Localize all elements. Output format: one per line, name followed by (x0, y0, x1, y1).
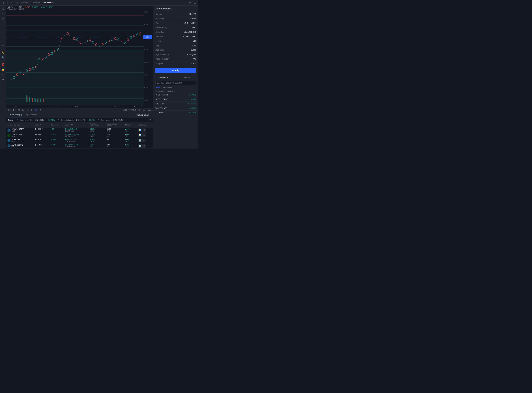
stop-btn-0[interactable]: ⊘ (142, 128, 146, 132)
svg-rect-73 (37, 99, 38, 102)
help-profit: ? (58, 119, 59, 121)
detail-row: Sell orders 517.19 1INCH (153, 30, 198, 34)
svg-rect-69 (31, 97, 31, 102)
trendline-tool[interactable]: ╱ (1, 22, 5, 26)
tf-1m[interactable]: 1m (12, 109, 16, 111)
chart-btn-2[interactable]: 📊 (138, 139, 142, 142)
modify-btn[interactable]: Modify (155, 68, 196, 73)
profit-value: $ 6 782.42 (76, 119, 85, 121)
magnet-tool[interactable]: 🧲 (1, 62, 5, 67)
detail-label-7: Step (155, 44, 159, 47)
indicators-btn[interactable]: Indicators (20, 1, 30, 5)
stop-btn-2[interactable]: ⊘ (142, 139, 146, 142)
strategy-pair-4: ATOM / BTC (155, 112, 166, 114)
backtest-month: Month (155, 87, 160, 89)
th-pair: Ex. Pair Bot type (6, 122, 34, 128)
bot-change-cell: 20.93% (49, 138, 64, 143)
bot-change-cell: 3.04% (49, 128, 64, 133)
pnl-pct: (+23.41%) (47, 119, 55, 121)
cursor-tool[interactable]: ↖ (1, 7, 5, 11)
time-settings-btn[interactable]: ⚙ (139, 103, 144, 108)
stop-btn-3[interactable]: ⊘ (142, 144, 146, 147)
detail-row: Profit currency USDT (153, 25, 198, 30)
detail-row: Exchange Gate.io (153, 16, 198, 21)
main-layout: ↖ ✏ ≡ ╱ T ⟺ ⋮⋮ ☺ 📏 🔍 🧲 🔒 👁 ⚙ O 0.789 H 0… (0, 5, 198, 148)
timestamp: 18:16:27 (UTC+3) (123, 109, 136, 111)
time-label-aug: Aug (75, 106, 78, 107)
strategy-row[interactable]: LDO / BTC ↑ 12.03% (153, 102, 198, 106)
strategy-row[interactable]: WAVES / BTC ↑ 8.13% (153, 106, 198, 111)
table-row: G 1INCH / USDT GRID $ 4 025.44 3.04% $ 1… (6, 128, 153, 133)
strategy-row[interactable]: BTCST / USDT ↑ 13.5% (153, 93, 198, 97)
price-level-700: 0.700 (145, 49, 152, 51)
filter-btn[interactable]: ⊟ (149, 119, 151, 121)
log-btn[interactable]: log (142, 109, 146, 111)
strategy-row[interactable]: BTCST / BUSD ↑ 13.08% (153, 97, 198, 102)
bot-type: DCA (11, 146, 23, 148)
levels-tool[interactable]: ⋮⋮ (1, 36, 5, 41)
tab-spot-bots[interactable]: Spot bots (9) (8, 112, 24, 118)
bot-table: Ex. Pair Bot type Value ? Change ? Bot p… (6, 122, 153, 148)
table-row: G AGIX / BTC DCA $ 8 519.2 20.93% $ 660.… (6, 138, 153, 143)
strategy-row[interactable]: ATOM / BTC ↑ 7.28% (153, 111, 198, 115)
pnl-label: Sum. total P&L: (20, 119, 33, 121)
tf-3m[interactable]: 3m (7, 109, 11, 111)
zoom-tool[interactable]: 🔍 (1, 55, 5, 60)
ruler-tool[interactable]: 📏 (1, 50, 5, 55)
share-earn-btn[interactable]: $ Share & Earn (135, 113, 151, 117)
chart-svg: 0.789 (6, 10, 153, 105)
bot-options-cell: 📊 ⊘ (137, 143, 153, 148)
price-level-850: 0.850 (145, 11, 152, 13)
backtest-text: backtest result (161, 87, 172, 89)
bot-status-cell: Long TP (124, 143, 137, 148)
pct-btn[interactable]: % (138, 109, 141, 111)
svg-rect-77 (43, 99, 44, 102)
text-tool[interactable]: T (1, 27, 5, 31)
detail-label-11: Low price (155, 62, 163, 64)
crosshair-tool[interactable]: ✛ (1, 1, 5, 5)
exchange-btn[interactable]: Binance (32, 1, 41, 5)
bot-avg-cell: 1.34% 1m 11d (89, 143, 106, 148)
tf-compare[interactable]: ⊞ (39, 109, 42, 111)
auto-btn[interactable]: auto (147, 109, 152, 111)
volume-sma: Volume SMA 9 82.28K (7, 8, 24, 10)
emoji-tool[interactable]: ☺ (1, 44, 5, 48)
search-box (153, 80, 198, 86)
chart-btn-1[interactable]: 📊 (138, 133, 142, 137)
bots-header: Bots ? Sum. total P&L: $ 7 668.67 (+23.4… (6, 118, 153, 122)
chart-main[interactable]: 0.789 (6, 10, 153, 105)
search-input[interactable] (155, 81, 196, 85)
settings2-tool[interactable]: ⚙ (1, 77, 5, 82)
stop-btn-1[interactable]: ⊘ (142, 133, 146, 137)
tf-3d[interactable]: 3d (21, 109, 25, 111)
detail-row: Pair 1INCH / USDT (153, 21, 198, 25)
pencil-tool[interactable]: ✏ (1, 12, 5, 16)
compare-btn[interactable]: ⊞ (15, 1, 19, 5)
chart-btn-0[interactable]: 📊 (138, 128, 142, 132)
bot-avg-cell: 1.57% 23d 8h (89, 133, 106, 138)
lock-tool[interactable]: 🔒 (1, 67, 5, 72)
tab-balance[interactable]: Balance (176, 75, 198, 80)
bot-change-cell: 33.51% (49, 133, 64, 138)
ohlc-change: +0.001 (+0.13%) (40, 6, 53, 8)
eye-tool[interactable]: 👁 (1, 72, 5, 77)
bot-options-cell: 📊 ⊘ (137, 138, 153, 143)
strategies-tabs: Strategies (427) Balance (153, 75, 198, 80)
strategy-pct-3: ↑ 8.13% (189, 107, 196, 109)
timeframe-1h-btn[interactable]: 1h (10, 1, 13, 5)
strategy-pair-1: BTCST / BUSD (155, 98, 168, 100)
panel-help-icon[interactable]: ? (172, 8, 173, 10)
tf-7d[interactable]: 7d (17, 109, 21, 111)
measure-tool[interactable]: ⟺ (1, 32, 5, 36)
settings-btn[interactable]: ⚙ (188, 1, 192, 5)
tf-1d[interactable]: 1d (26, 109, 29, 111)
tf-6h[interactable]: 6h (30, 109, 34, 111)
lines-tool[interactable]: ≡ (1, 17, 5, 21)
tab-strategies[interactable]: Strategies (427) (153, 75, 176, 80)
bot-value-cell: $ 8 519.2 (34, 138, 49, 143)
tab-spot-history[interactable]: Spot history (24, 112, 39, 118)
tf-1h[interactable]: 1h (35, 109, 38, 111)
fullscreen-btn[interactable]: ⛶ (193, 1, 197, 5)
price-level-800: 0.800 (145, 24, 152, 25)
chart-btn-3[interactable]: 📊 (138, 144, 142, 147)
